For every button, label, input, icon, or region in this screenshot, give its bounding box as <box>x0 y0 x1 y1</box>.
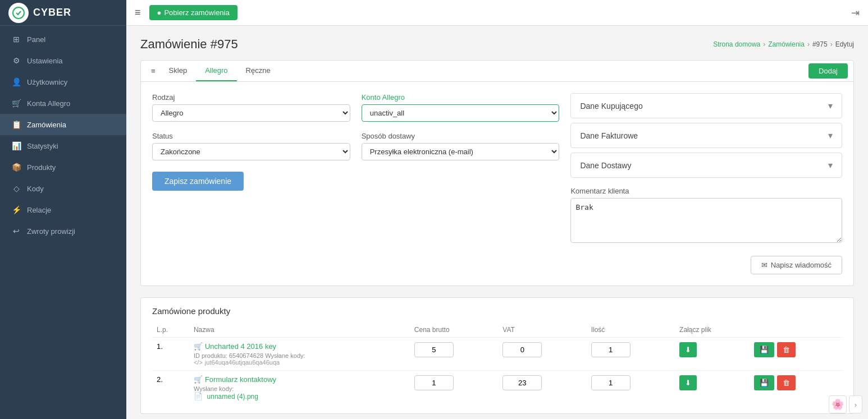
sidebar-item-zamowienia[interactable]: 📋 Zamówienia <box>0 114 126 135</box>
row1-ilosc-input[interactable] <box>591 342 631 357</box>
row2-name-link[interactable]: 🛒Formularz kontaktowy <box>194 375 276 384</box>
col-lp: L.p. <box>152 323 189 338</box>
form-group-dostawa: Sposób dostawy Przesyłka elektroniczna (… <box>362 132 560 160</box>
sidebar-item-label: Panel <box>27 35 45 44</box>
sidebar-item-uzytkownicy[interactable]: 👤 Użytkownicy <box>0 71 126 93</box>
col-name: Nazwa <box>189 323 410 338</box>
sidebar-item-relacje[interactable]: ⚡ Relacje <box>0 199 126 220</box>
row2-save-button[interactable]: 💾 <box>754 375 774 390</box>
form-content: Rodzaj Allegro Konto Allegro unactiv_all <box>141 82 853 256</box>
col-ilosc: Ilość <box>587 323 675 338</box>
orders-icon: 📋 <box>11 120 21 129</box>
chevron-down-icon-2: ▾ <box>828 130 833 141</box>
row2-cena <box>410 371 498 406</box>
form-left: Rodzaj Allegro Konto Allegro unactiv_all <box>152 93 559 245</box>
returns-icon: ↩ <box>11 227 21 236</box>
row1-ilosc <box>587 338 675 371</box>
row2-delete-button[interactable]: 🗑 <box>777 375 796 390</box>
sidebar-item-label: Statystyki <box>27 142 58 150</box>
breadcrumb-orders[interactable]: Zamówienia <box>768 40 805 48</box>
breadcrumb-sep2: › <box>807 40 810 48</box>
row1-upload-button[interactable]: ⬇ <box>679 342 697 357</box>
form-group-konto: Konto Allegro unactiv_all <box>362 93 560 122</box>
pobierz-button[interactable]: ● Pobierz zamówienia <box>149 5 237 20</box>
row1-delete-button[interactable]: 🗑 <box>777 342 796 357</box>
sidebar-item-ustawienia[interactable]: ⚙ Ustawienia <box>0 50 126 71</box>
sidebar-item-statystyki[interactable]: 📊 Statystyki <box>0 135 126 156</box>
row2-action-btns: 💾 🗑 <box>754 375 838 390</box>
svg-point-0 <box>13 7 24 19</box>
komentarz-textarea[interactable]: Brak <box>570 198 842 243</box>
sidebar-item-produkty[interactable]: 📦 Produkty <box>0 156 126 178</box>
row1-vat-input[interactable] <box>502 342 542 357</box>
row2-zalacz: ⬇ <box>675 371 750 406</box>
code-icon: </> <box>194 359 203 366</box>
add-button[interactable]: Dodaj <box>808 63 848 79</box>
users-icon: 👤 <box>11 77 21 86</box>
panel-icon: ⊞ <box>11 35 21 44</box>
row1-action-btns: 💾 🗑 <box>754 342 838 357</box>
row2-lp: 2. <box>152 371 189 406</box>
sidebar-item-label: Zamówienia <box>27 121 66 129</box>
sidebar-item-label: Produkty <box>27 163 56 172</box>
sidebar-item-label: Relacje <box>27 206 51 214</box>
konto-allegro-select[interactable]: unactiv_all <box>362 104 560 122</box>
logout-button[interactable]: ⇥ <box>851 7 860 19</box>
chevron-down-icon-3: ▾ <box>828 160 833 171</box>
row2-vat-input[interactable] <box>502 375 542 390</box>
hamburger-button[interactable]: ≡ <box>135 7 141 19</box>
sidebar-item-label: Kody <box>27 185 44 193</box>
save-order-button[interactable]: Zapisz zamówienie <box>152 172 244 191</box>
tab-sklep[interactable]: Sklep <box>160 61 197 81</box>
products-section: Zamówione produkty L.p. Nazwa Cena brutt… <box>140 297 854 414</box>
main-area: ≡ ● Pobierz zamówienia ⇥ Zamówienie #975… <box>126 0 868 419</box>
dane-fakturowe-title: Dane Fakturowe <box>580 131 638 140</box>
form-right: Dane Kupującego ▾ Dane Fakturowe ▾ <box>570 93 842 245</box>
comment-section: Komentarz klienta Brak <box>570 187 842 245</box>
sidebar-item-panel[interactable]: ⊞ Panel <box>0 29 126 50</box>
topbar-right: ⇥ <box>851 7 860 19</box>
row1-name-link[interactable]: 🛒Uncharted 4 2016 key <box>194 342 276 351</box>
sidebar-item-konta-allegro[interactable]: 🛒 Konta Allegro <box>0 93 126 114</box>
dane-kupujacego-title: Dane Kupującego <box>580 102 642 110</box>
dane-fakturowe-header[interactable]: Dane Fakturowe ▾ <box>571 123 842 148</box>
dane-kupujacego-header[interactable]: Dane Kupującego ▾ <box>571 94 842 118</box>
breadcrumb: Strona domowa › Zamówienia › #975 › Edyt… <box>713 40 854 48</box>
breadcrumb-sep1: › <box>763 40 765 48</box>
row1-meta: ID produktu: 6540674628 Wysłane kody: <box>194 352 405 359</box>
rodzaj-label: Rodzaj <box>152 93 350 102</box>
sidebar-item-kody[interactable]: ◇ Kody <box>0 178 126 199</box>
breadcrumb-home[interactable]: Strona domowa <box>713 40 760 48</box>
file-icon: 📄 <box>194 392 203 400</box>
row2-upload-button[interactable]: ⬇ <box>679 375 697 390</box>
row1-save-button[interactable]: 💾 <box>754 342 774 357</box>
col-actions <box>750 323 842 338</box>
circle-icon: ● <box>157 8 162 17</box>
col-cena: Cena brutto <box>410 323 498 338</box>
konto-allegro-label: Konto Allegro <box>362 93 560 102</box>
sidebar-item-zwroty[interactable]: ↩ Zwroty prowizji <box>0 220 126 242</box>
dane-dostawy-section: Dane Dostawy ▾ <box>570 153 842 178</box>
relations-icon: ⚡ <box>11 205 21 214</box>
sposob-dostawy-label: Sposób dostawy <box>362 132 560 140</box>
status-select[interactable]: Zakończone <box>152 143 350 160</box>
products-title: Zamówione produkty <box>152 306 842 316</box>
row2-file-link-anchor[interactable]: unnamed (4).png <box>207 393 258 400</box>
rodzaj-select[interactable]: Allegro <box>152 104 350 122</box>
row1-cena-input[interactable] <box>414 342 454 357</box>
expand-button[interactable]: › <box>849 395 862 413</box>
message-button[interactable]: ✉ Napisz wiadomość <box>751 256 842 274</box>
tab-hamburger[interactable]: ≡ <box>147 61 160 81</box>
row2-cena-input[interactable] <box>414 375 454 390</box>
sposob-dostawy-select[interactable]: Przesyłka elektroniczna (e-mail) <box>362 143 560 160</box>
dane-dostawy-header[interactable]: Dane Dostawy ▾ <box>571 153 842 177</box>
row2-ilosc-input[interactable] <box>591 375 631 390</box>
tab-reczne[interactable]: Ręczne <box>237 61 280 81</box>
form-layout: Rodzaj Allegro Konto Allegro unactiv_all <box>152 93 842 245</box>
stats-icon: 📊 <box>11 141 21 150</box>
form-group-rodzaj: Rodzaj Allegro <box>152 93 350 122</box>
breadcrumb-sep3: › <box>830 40 833 48</box>
dane-dostawy-title: Dane Dostawy <box>580 161 631 170</box>
tab-allegro[interactable]: Allegro <box>196 61 236 81</box>
col-vat: VAT <box>498 323 586 338</box>
